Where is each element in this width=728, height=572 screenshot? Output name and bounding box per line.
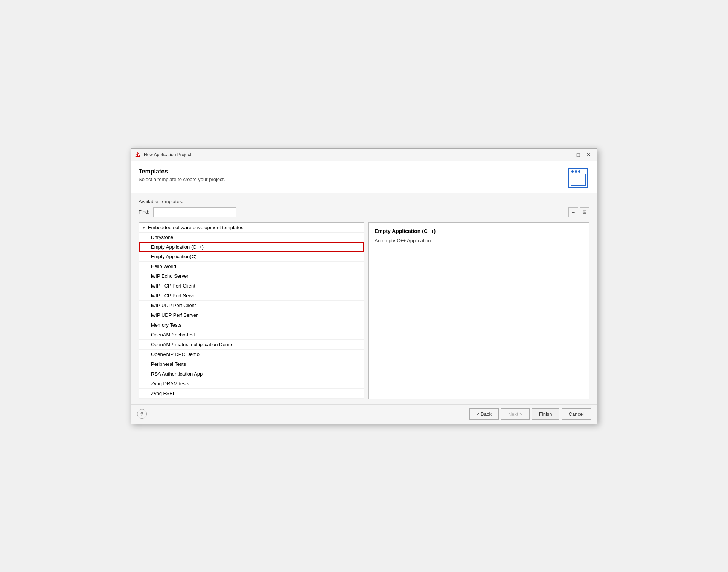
header-section: Templates Select a template to create yo… — [131, 161, 597, 193]
icon-dot-2 — [575, 170, 577, 173]
title-bar: New Application Project — □ ✕ — [131, 149, 597, 161]
template-item[interactable]: Empty Application(C) — [139, 252, 364, 262]
help-button[interactable]: ? — [137, 409, 147, 419]
app-icon — [135, 152, 141, 158]
template-item[interactable]: Zynq FSBL — [139, 389, 364, 399]
page-title: Templates — [139, 168, 225, 175]
svg-rect-2 — [137, 154, 138, 156]
body-section: Available Templates: Find: ‒ ⊞ ▼ Embedde… — [131, 193, 597, 404]
template-item[interactable]: lwIP TCP Perf Client — [139, 281, 364, 291]
template-item[interactable]: lwIP UDP Perf Client — [139, 301, 364, 310]
icon-dot-1 — [571, 170, 574, 173]
back-button[interactable]: < Back — [469, 408, 499, 420]
dialog-title: New Application Project — [144, 152, 191, 157]
next-button[interactable]: Next > — [501, 408, 530, 420]
template-item[interactable]: Zynq DRAM tests — [139, 379, 364, 389]
template-item[interactable]: OpenAMP matrix multiplication Demo — [139, 340, 364, 350]
footer: ? < Back Next > Finish Cancel — [131, 404, 597, 424]
wizard-icon — [568, 168, 588, 188]
template-item[interactable]: lwIP UDP Perf Server — [139, 310, 364, 320]
chevron-down-icon: ▼ — [142, 225, 146, 230]
template-item[interactable]: Hello World — [139, 262, 364, 271]
page-subtitle: Select a template to create your project… — [139, 176, 225, 182]
title-bar-left: New Application Project — [135, 152, 191, 158]
close-button[interactable]: ✕ — [584, 151, 593, 159]
template-list: ▼ Embedded software development template… — [139, 222, 364, 399]
maximize-button[interactable]: □ — [574, 151, 583, 159]
title-bar-controls: — □ ✕ — [563, 151, 593, 159]
template-item[interactable]: lwIP TCP Perf Server — [139, 291, 364, 301]
group-label: Embedded software development templates — [148, 225, 244, 230]
footer-right: < Back Next > Finish Cancel — [469, 408, 591, 420]
icon-dot-3 — [578, 170, 580, 173]
content-area: ▼ Embedded software development template… — [139, 222, 589, 399]
find-input[interactable] — [153, 207, 236, 217]
template-item[interactable]: Empty Application (C++) — [139, 242, 364, 252]
template-item[interactable]: OpenAMP RPC Demo — [139, 350, 364, 359]
available-templates-label: Available Templates: — [139, 199, 589, 204]
find-label: Find: — [139, 209, 149, 215]
collapse-button[interactable]: ‒ — [568, 207, 578, 217]
template-item[interactable]: RSA Authentication App — [139, 369, 364, 379]
header-text: Templates Select a template to create yo… — [139, 168, 225, 182]
template-item[interactable]: OpenAMP echo-test — [139, 330, 364, 340]
template-item[interactable]: Memory Tests — [139, 320, 364, 330]
description-panel: Empty Application (C++) An empty C++ App… — [368, 222, 589, 399]
svg-rect-3 — [137, 154, 138, 154]
icon-white-area — [571, 174, 586, 186]
cancel-button[interactable]: Cancel — [562, 408, 591, 420]
description-text: An empty C++ Application — [375, 238, 583, 243]
template-item[interactable]: lwIP Echo Server — [139, 271, 364, 281]
finish-button[interactable]: Finish — [532, 408, 559, 420]
expand-button[interactable]: ⊞ — [580, 207, 589, 217]
template-item[interactable]: Dhrystone — [139, 233, 364, 242]
dialog: New Application Project — □ ✕ Templates … — [131, 148, 597, 424]
template-items-container: DhrystoneEmpty Application (C++)Empty Ap… — [139, 233, 364, 399]
find-row: Find: ‒ ⊞ — [139, 207, 589, 217]
footer-left: ? — [137, 409, 147, 419]
find-buttons: ‒ ⊞ — [568, 207, 589, 217]
minimize-button[interactable]: — — [563, 151, 572, 159]
group-header[interactable]: ▼ Embedded software development template… — [139, 223, 364, 233]
template-item[interactable]: Peripheral Tests — [139, 359, 364, 369]
icon-dots — [571, 170, 586, 173]
description-title: Empty Application (C++) — [375, 228, 583, 234]
